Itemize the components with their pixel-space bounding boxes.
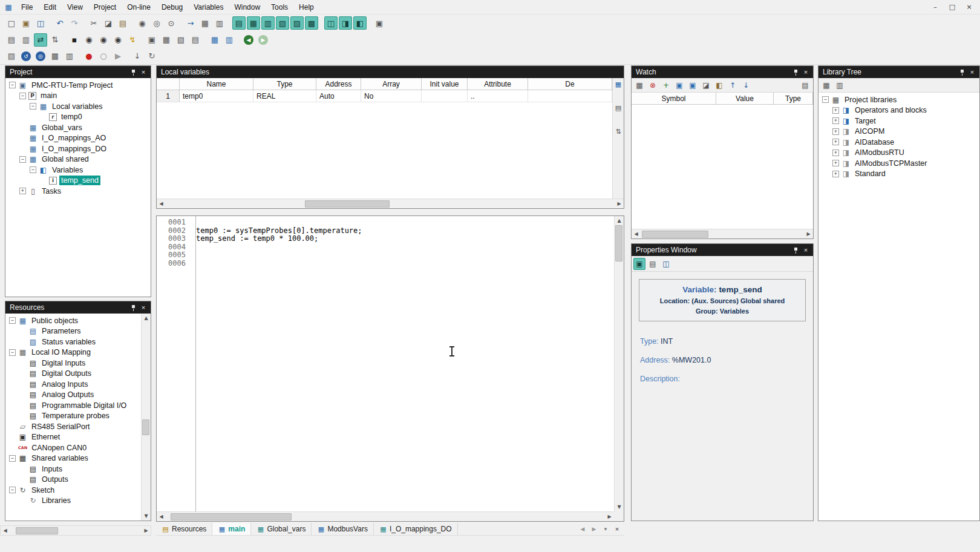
h-scrollbar-thumb[interactable] <box>171 513 292 521</box>
watch-grid-button[interactable]: ▦ <box>48 50 62 63</box>
h-scrollbar-thumb[interactable] <box>16 527 58 534</box>
tree-item-i-o-mappings-ao[interactable]: ▦I_O_mappings_AO <box>5 133 151 144</box>
tree-item-shared-variables[interactable]: −▦Shared variables <box>5 453 141 464</box>
plus-expander-icon[interactable]: + <box>832 128 839 135</box>
column-header-init-value[interactable]: Init value <box>422 78 468 90</box>
build-all-button[interactable]: ▥ <box>19 33 33 47</box>
table-cell[interactable]: No <box>361 90 422 102</box>
memory-view-button[interactable]: ▦ <box>160 33 173 47</box>
table-cell[interactable]: temp0 <box>180 90 253 102</box>
menu-on-line[interactable]: On-line <box>122 1 156 13</box>
plus-expander-icon[interactable]: + <box>832 150 839 156</box>
h-scrollbar-thumb[interactable] <box>305 200 390 208</box>
sort-libraries-button[interactable]: ▦ <box>820 79 832 91</box>
save-properties-button[interactable]: ◫ <box>660 258 672 270</box>
tree-item-inputs[interactable]: ▤Inputs <box>5 464 141 475</box>
tab-resources[interactable]: ▤Resources <box>156 523 212 535</box>
row-number-cell[interactable]: 1 <box>157 90 180 102</box>
menu-view[interactable]: View <box>62 1 88 13</box>
tree-item-global-vars[interactable]: ▦Global_vars <box>5 122 151 133</box>
open-button[interactable]: ▣ <box>19 16 33 30</box>
tree-item-status-variables[interactable]: ▧Status variables <box>5 337 141 347</box>
quick-download-button[interactable]: ↯ <box>126 33 139 47</box>
tree-item-project-libraries[interactable]: −▦Project libraries <box>818 94 979 105</box>
pin-icon[interactable] <box>791 67 801 77</box>
tree-item-standard[interactable]: +◨Standard <box>818 169 979 180</box>
scroll-left-icon[interactable]: ◀ <box>632 229 641 238</box>
tab-scroll-left-button[interactable]: ◀ <box>578 525 587 533</box>
minus-expander-icon[interactable]: − <box>30 166 36 173</box>
find-button[interactable]: ◉ <box>136 16 149 30</box>
pin-icon[interactable] <box>129 67 139 77</box>
tree-item-canopen-can0[interactable]: CANCANopen CAN0 <box>5 442 141 453</box>
minimize-button[interactable]: – <box>930 2 940 12</box>
editor-line[interactable]: 0006 <box>157 260 614 268</box>
tree-item-main[interactable]: −Pmain <box>5 91 151 102</box>
tree-item-analog-outputs[interactable]: ▤Analog Outputs <box>5 390 141 401</box>
tree-item-ethernet[interactable]: ▣Ethernet <box>5 432 141 443</box>
scroll-left-icon[interactable]: ◀ <box>157 512 166 521</box>
editor-vertical-scrollbar[interactable]: ▲ ▼ <box>614 216 624 511</box>
watch-view-button[interactable]: ◨ <box>339 16 352 30</box>
tree-item-public-objects[interactable]: −▦Public objects <box>5 315 141 326</box>
editor-horizontal-scrollbar[interactable]: ◀ ▶ <box>157 511 614 521</box>
scroll-right-icon[interactable]: ▶ <box>615 199 624 208</box>
menu-file[interactable]: File <box>16 1 38 13</box>
stop-compile-button[interactable]: ▪ <box>68 33 81 47</box>
loop-button[interactable]: ↻ <box>145 50 158 63</box>
forward-button[interactable]: ▶ <box>256 33 270 47</box>
tree-item-aicopm[interactable]: +◨AICOPM <box>818 126 979 137</box>
restore-button[interactable]: □ <box>947 2 957 12</box>
scroll-left-icon[interactable]: ◀ <box>1 526 10 535</box>
tree-item-outputs[interactable]: ▤Outputs <box>5 475 141 485</box>
tab-i-o-mappings-do[interactable]: ▦I_O_mappings_DO <box>374 523 458 535</box>
minus-expander-icon[interactable]: − <box>9 487 16 493</box>
column-header-value[interactable]: Value <box>716 93 774 104</box>
tree-item-digital-inputs[interactable]: ▤Digital Inputs <box>5 358 141 369</box>
plus-expander-icon[interactable]: + <box>832 171 839 177</box>
target-info-button[interactable]: ▣ <box>145 33 158 47</box>
minus-expander-icon[interactable]: − <box>9 317 16 324</box>
trigger-grid-button[interactable]: ▥ <box>63 50 76 63</box>
tab-main[interactable]: ▦main <box>212 523 251 535</box>
scroll-right-icon[interactable]: ▶ <box>804 229 813 238</box>
simulation-mode-button[interactable]: ◉ <box>82 33 96 47</box>
plus-expander-icon[interactable]: + <box>832 139 839 145</box>
plus-expander-icon[interactable]: + <box>832 117 839 124</box>
tree-item-operators-and-blocks[interactable]: +◨Operators and blocks <box>818 105 979 116</box>
tree-item-local-variables[interactable]: −▦Local variables <box>5 101 151 112</box>
library-manager-button[interactable]: ▥ <box>834 79 846 91</box>
print-button[interactable]: ▦ <box>198 16 212 30</box>
scroll-down-icon[interactable]: ▼ <box>615 502 624 511</box>
play-button[interactable]: ▶ <box>111 50 125 63</box>
table-row[interactable]: 1temp0REALAutoNo.. <box>157 90 612 102</box>
minus-expander-icon[interactable]: − <box>19 93 26 99</box>
close-button[interactable]: × <box>964 2 974 12</box>
find-next-button[interactable]: ◎ <box>150 16 163 30</box>
minus-expander-icon[interactable]: − <box>822 96 829 103</box>
column-header-address[interactable]: Address <box>316 78 361 90</box>
h-scrollbar-thumb[interactable] <box>642 231 708 238</box>
editor-body[interactable]: 00010002temp0 := sysTempProbes[0].temper… <box>157 216 614 511</box>
column-header-symbol[interactable]: Symbol <box>632 93 716 104</box>
resources-horizontal-scrollbar[interactable]: ◀ ▶ <box>0 525 151 536</box>
clear-watch-button[interactable]: ◧ <box>713 79 725 91</box>
tree-item-global-shared[interactable]: −▦Global shared <box>5 154 151 165</box>
redo-button[interactable]: ↷ <box>68 16 81 30</box>
plus-expander-icon[interactable]: + <box>832 107 839 114</box>
print-properties-button[interactable]: ▤ <box>647 258 659 270</box>
stop-record-button[interactable]: ○ <box>97 50 110 63</box>
scroll-up-icon[interactable]: ▲ <box>142 314 151 323</box>
minus-expander-icon[interactable]: − <box>9 455 16 462</box>
table-cell[interactable]: REAL <box>253 90 316 102</box>
column-header-type[interactable]: Type <box>253 78 316 90</box>
grid-mode-button[interactable]: ▦ <box>613 79 624 90</box>
watch-list-button[interactable]: ▦ <box>633 79 645 91</box>
minus-expander-icon[interactable]: − <box>9 349 16 356</box>
cut-button[interactable]: ✂ <box>87 16 100 30</box>
tree-item-tasks[interactable]: +▯Tasks <box>5 186 151 197</box>
remove-symbol-button[interactable]: ⊗ <box>647 79 659 91</box>
scroll-down-icon[interactable]: ▼ <box>142 511 151 521</box>
v-scrollbar-thumb[interactable] <box>615 225 622 261</box>
code-text[interactable] <box>191 243 196 252</box>
